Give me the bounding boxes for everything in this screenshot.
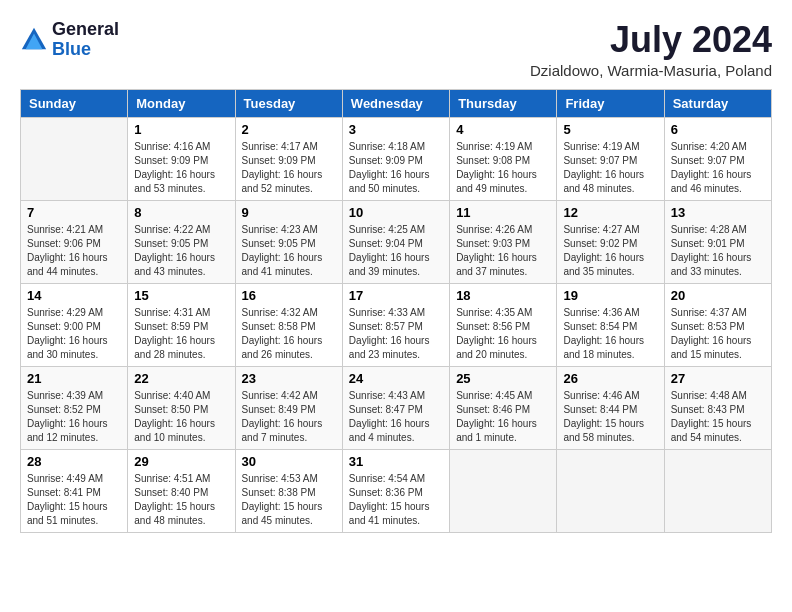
calendar-cell: 13Sunrise: 4:28 AMSunset: 9:01 PMDayligh…	[664, 200, 771, 283]
day-number: 17	[349, 288, 443, 303]
day-number: 24	[349, 371, 443, 386]
day-info: Sunrise: 4:49 AMSunset: 8:41 PMDaylight:…	[27, 472, 121, 528]
day-info: Sunrise: 4:20 AMSunset: 9:07 PMDaylight:…	[671, 140, 765, 196]
day-number: 14	[27, 288, 121, 303]
day-number: 23	[242, 371, 336, 386]
day-number: 7	[27, 205, 121, 220]
calendar-header-row: SundayMondayTuesdayWednesdayThursdayFrid…	[21, 89, 772, 117]
calendar-cell: 26Sunrise: 4:46 AMSunset: 8:44 PMDayligh…	[557, 366, 664, 449]
day-info: Sunrise: 4:32 AMSunset: 8:58 PMDaylight:…	[242, 306, 336, 362]
calendar-cell: 5Sunrise: 4:19 AMSunset: 9:07 PMDaylight…	[557, 117, 664, 200]
day-number: 5	[563, 122, 657, 137]
calendar-cell	[450, 449, 557, 532]
day-number: 4	[456, 122, 550, 137]
day-number: 29	[134, 454, 228, 469]
calendar-cell: 19Sunrise: 4:36 AMSunset: 8:54 PMDayligh…	[557, 283, 664, 366]
day-info: Sunrise: 4:48 AMSunset: 8:43 PMDaylight:…	[671, 389, 765, 445]
calendar-cell: 25Sunrise: 4:45 AMSunset: 8:46 PMDayligh…	[450, 366, 557, 449]
day-info: Sunrise: 4:43 AMSunset: 8:47 PMDaylight:…	[349, 389, 443, 445]
day-number: 20	[671, 288, 765, 303]
calendar-cell: 9Sunrise: 4:23 AMSunset: 9:05 PMDaylight…	[235, 200, 342, 283]
calendar-cell: 14Sunrise: 4:29 AMSunset: 9:00 PMDayligh…	[21, 283, 128, 366]
day-number: 12	[563, 205, 657, 220]
calendar-week-row: 28Sunrise: 4:49 AMSunset: 8:41 PMDayligh…	[21, 449, 772, 532]
day-number: 25	[456, 371, 550, 386]
day-info: Sunrise: 4:42 AMSunset: 8:49 PMDaylight:…	[242, 389, 336, 445]
calendar-cell: 18Sunrise: 4:35 AMSunset: 8:56 PMDayligh…	[450, 283, 557, 366]
calendar-cell: 1Sunrise: 4:16 AMSunset: 9:09 PMDaylight…	[128, 117, 235, 200]
calendar-cell: 24Sunrise: 4:43 AMSunset: 8:47 PMDayligh…	[342, 366, 449, 449]
calendar-cell: 20Sunrise: 4:37 AMSunset: 8:53 PMDayligh…	[664, 283, 771, 366]
day-info: Sunrise: 4:40 AMSunset: 8:50 PMDaylight:…	[134, 389, 228, 445]
day-info: Sunrise: 4:36 AMSunset: 8:54 PMDaylight:…	[563, 306, 657, 362]
calendar-week-row: 21Sunrise: 4:39 AMSunset: 8:52 PMDayligh…	[21, 366, 772, 449]
calendar-day-header: Saturday	[664, 89, 771, 117]
calendar-cell: 27Sunrise: 4:48 AMSunset: 8:43 PMDayligh…	[664, 366, 771, 449]
day-info: Sunrise: 4:35 AMSunset: 8:56 PMDaylight:…	[456, 306, 550, 362]
day-number: 8	[134, 205, 228, 220]
calendar-day-header: Tuesday	[235, 89, 342, 117]
day-info: Sunrise: 4:26 AMSunset: 9:03 PMDaylight:…	[456, 223, 550, 279]
day-info: Sunrise: 4:45 AMSunset: 8:46 PMDaylight:…	[456, 389, 550, 445]
day-info: Sunrise: 4:33 AMSunset: 8:57 PMDaylight:…	[349, 306, 443, 362]
calendar-cell: 11Sunrise: 4:26 AMSunset: 9:03 PMDayligh…	[450, 200, 557, 283]
day-number: 26	[563, 371, 657, 386]
title-block: July 2024 Dzialdowo, Warmia-Masuria, Pol…	[530, 20, 772, 79]
logo-general: General	[52, 20, 119, 40]
calendar-week-row: 7Sunrise: 4:21 AMSunset: 9:06 PMDaylight…	[21, 200, 772, 283]
calendar-cell: 31Sunrise: 4:54 AMSunset: 8:36 PMDayligh…	[342, 449, 449, 532]
day-number: 6	[671, 122, 765, 137]
calendar-cell	[21, 117, 128, 200]
day-info: Sunrise: 4:16 AMSunset: 9:09 PMDaylight:…	[134, 140, 228, 196]
day-number: 10	[349, 205, 443, 220]
day-number: 13	[671, 205, 765, 220]
day-number: 11	[456, 205, 550, 220]
calendar-day-header: Monday	[128, 89, 235, 117]
day-number: 31	[349, 454, 443, 469]
calendar-cell: 2Sunrise: 4:17 AMSunset: 9:09 PMDaylight…	[235, 117, 342, 200]
page-header: General Blue July 2024 Dzialdowo, Warmia…	[20, 20, 772, 79]
calendar-cell: 6Sunrise: 4:20 AMSunset: 9:07 PMDaylight…	[664, 117, 771, 200]
day-number: 30	[242, 454, 336, 469]
day-info: Sunrise: 4:27 AMSunset: 9:02 PMDaylight:…	[563, 223, 657, 279]
day-info: Sunrise: 4:28 AMSunset: 9:01 PMDaylight:…	[671, 223, 765, 279]
day-info: Sunrise: 4:37 AMSunset: 8:53 PMDaylight:…	[671, 306, 765, 362]
day-info: Sunrise: 4:19 AMSunset: 9:07 PMDaylight:…	[563, 140, 657, 196]
day-info: Sunrise: 4:22 AMSunset: 9:05 PMDaylight:…	[134, 223, 228, 279]
month-title: July 2024	[530, 20, 772, 60]
calendar-cell: 21Sunrise: 4:39 AMSunset: 8:52 PMDayligh…	[21, 366, 128, 449]
day-info: Sunrise: 4:21 AMSunset: 9:06 PMDaylight:…	[27, 223, 121, 279]
day-info: Sunrise: 4:29 AMSunset: 9:00 PMDaylight:…	[27, 306, 121, 362]
calendar-week-row: 1Sunrise: 4:16 AMSunset: 9:09 PMDaylight…	[21, 117, 772, 200]
logo-blue: Blue	[52, 40, 119, 60]
day-number: 27	[671, 371, 765, 386]
calendar-cell: 22Sunrise: 4:40 AMSunset: 8:50 PMDayligh…	[128, 366, 235, 449]
location: Dzialdowo, Warmia-Masuria, Poland	[530, 62, 772, 79]
calendar-cell	[557, 449, 664, 532]
calendar-day-header: Friday	[557, 89, 664, 117]
day-info: Sunrise: 4:23 AMSunset: 9:05 PMDaylight:…	[242, 223, 336, 279]
day-info: Sunrise: 4:54 AMSunset: 8:36 PMDaylight:…	[349, 472, 443, 528]
day-info: Sunrise: 4:46 AMSunset: 8:44 PMDaylight:…	[563, 389, 657, 445]
calendar-day-header: Sunday	[21, 89, 128, 117]
day-number: 2	[242, 122, 336, 137]
calendar-cell: 7Sunrise: 4:21 AMSunset: 9:06 PMDaylight…	[21, 200, 128, 283]
calendar-cell	[664, 449, 771, 532]
logo-icon	[20, 26, 48, 54]
calendar-cell: 12Sunrise: 4:27 AMSunset: 9:02 PMDayligh…	[557, 200, 664, 283]
calendar-cell: 8Sunrise: 4:22 AMSunset: 9:05 PMDaylight…	[128, 200, 235, 283]
calendar-cell: 17Sunrise: 4:33 AMSunset: 8:57 PMDayligh…	[342, 283, 449, 366]
day-info: Sunrise: 4:39 AMSunset: 8:52 PMDaylight:…	[27, 389, 121, 445]
day-number: 15	[134, 288, 228, 303]
calendar-day-header: Thursday	[450, 89, 557, 117]
calendar-cell: 30Sunrise: 4:53 AMSunset: 8:38 PMDayligh…	[235, 449, 342, 532]
day-info: Sunrise: 4:53 AMSunset: 8:38 PMDaylight:…	[242, 472, 336, 528]
day-info: Sunrise: 4:19 AMSunset: 9:08 PMDaylight:…	[456, 140, 550, 196]
day-number: 21	[27, 371, 121, 386]
calendar-cell: 29Sunrise: 4:51 AMSunset: 8:40 PMDayligh…	[128, 449, 235, 532]
day-number: 28	[27, 454, 121, 469]
day-info: Sunrise: 4:51 AMSunset: 8:40 PMDaylight:…	[134, 472, 228, 528]
calendar-cell: 10Sunrise: 4:25 AMSunset: 9:04 PMDayligh…	[342, 200, 449, 283]
logo-text: General Blue	[52, 20, 119, 60]
day-info: Sunrise: 4:18 AMSunset: 9:09 PMDaylight:…	[349, 140, 443, 196]
